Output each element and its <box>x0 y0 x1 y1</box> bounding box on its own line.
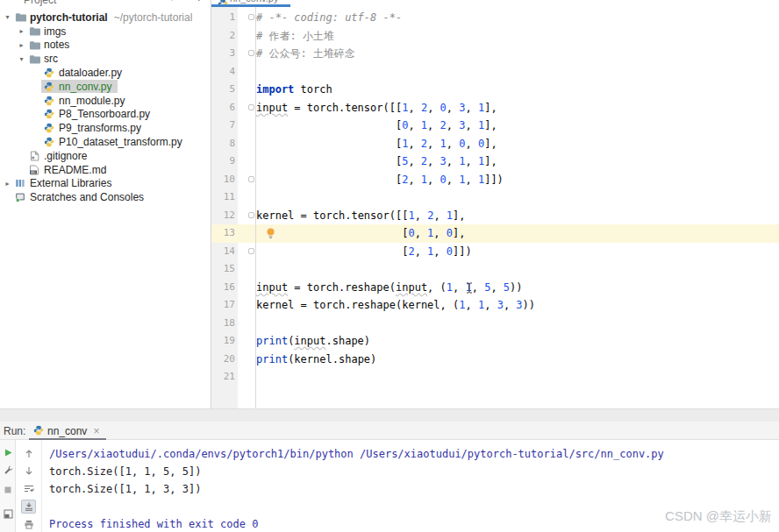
scroll-to-end-icon[interactable] <box>21 500 36 514</box>
line-number: 1 <box>211 9 235 27</box>
fold-marker[interactable] <box>248 248 254 254</box>
tree-item-notes[interactable]: ▸notes <box>0 39 211 53</box>
run-toolwindow-header: Run: nn_conv × <box>0 422 779 440</box>
fold-marker[interactable] <box>248 14 254 20</box>
editor-tab-nn_conv[interactable]: nn_conv.py <box>230 0 278 4</box>
fold-marker[interactable] <box>248 176 254 182</box>
tree-item-p10-dataset-transform.py[interactable]: P10_dataset_transform.py <box>0 135 211 149</box>
line-number: 8 <box>211 135 235 153</box>
project-panel-header-icons <box>167 0 202 4</box>
tree-item-external-libraries[interactable]: ▸External Libraries <box>0 177 211 191</box>
project-panel-header: Project <box>0 0 211 8</box>
line-number: 10 <box>211 171 235 189</box>
soft-wrap-icon[interactable] <box>23 483 35 494</box>
rerun-icon[interactable] <box>2 447 14 458</box>
line-number: 15 <box>211 260 235 279</box>
line-number: 19 <box>211 332 235 351</box>
code-line-3: # 公众号: 土堆碎念 <box>256 45 779 63</box>
tree-item-label: .gitignore <box>44 150 87 162</box>
code-line-18 <box>256 315 779 333</box>
console-line-1: /Users/xiaotudui/.conda/envs/pytorch1/bi… <box>49 445 779 463</box>
py-icon <box>43 95 55 106</box>
code-line-11 <box>256 188 779 207</box>
stop-icon[interactable] <box>2 484 14 495</box>
code-line-15 <box>256 260 779 279</box>
tree-item-scratches-and-consoles[interactable]: Scratches and Consoles <box>0 190 211 204</box>
tree-item-content: External Libraries <box>12 177 117 190</box>
run-toolbar-right <box>16 440 42 532</box>
line-number: 18 <box>211 315 235 333</box>
scratch-icon <box>14 192 26 203</box>
tree-item-content: imgs <box>26 25 71 38</box>
project-path-hint: ~/pytorch-tutorial <box>114 11 193 24</box>
code-editor[interactable]: 123456789101112131415161718192021 # -*- … <box>211 7 779 408</box>
chevron-expanded-icon[interactable]: ▾ <box>3 13 12 21</box>
tree-item-.gitignore[interactable]: .gitignore <box>0 149 211 163</box>
fold-marker[interactable] <box>248 104 254 110</box>
tree-item-content: P9_transforms.py <box>41 122 147 135</box>
line-number: 4 <box>211 63 235 82</box>
tree-item-dataloader.py[interactable]: dataloader.py <box>0 66 211 80</box>
run-toolbar-left <box>0 440 16 532</box>
svg-text:MD: MD <box>31 170 36 174</box>
tree-item-label: src <box>44 53 58 65</box>
chevron-collapsed-icon[interactable]: ▸ <box>17 27 26 35</box>
fold-marker[interactable] <box>248 212 254 218</box>
project-panel: Project ▾pytorch-tutorial~/pytorch-tutor… <box>0 0 211 408</box>
folder-icon <box>28 25 40 37</box>
fold-marker[interactable] <box>248 50 254 56</box>
code-line-19: print(input.shape) <box>256 332 779 351</box>
build-settings-icon[interactable] <box>2 465 14 476</box>
tree-item-readme.md[interactable]: MDREADME.md <box>0 163 211 177</box>
code-line-10: [2, 1, 0, 1, 1]]) <box>256 171 779 189</box>
up-stacktrace-icon[interactable] <box>23 448 35 459</box>
tree-item-content: .gitignore <box>26 149 92 162</box>
tree-item-label: P8_Tensorboard.py <box>59 108 150 120</box>
code-line-14: [2, 1, 0]]) <box>256 243 779 261</box>
python-file-icon <box>33 423 44 439</box>
tree-item-content: MDREADME.md <box>26 163 111 176</box>
tree-item-pytorch-tutorial[interactable]: ▾pytorch-tutorial~/pytorch-tutorial <box>0 11 211 25</box>
print-icon[interactable] <box>23 519 35 530</box>
chevron-expanded-icon[interactable]: ▾ <box>17 55 26 63</box>
restore-layout-icon[interactable] <box>2 508 14 520</box>
folder-icon <box>14 11 26 23</box>
line-number: 6 <box>211 99 235 117</box>
line-number: 2 <box>211 27 235 46</box>
code-line-1: # -*- coding: utf-8 -*- <box>256 9 779 27</box>
run-tab-nn_conv[interactable]: nn_conv × <box>29 422 106 440</box>
line-number: 21 <box>211 368 235 387</box>
close-tab-icon[interactable]: × <box>93 425 99 437</box>
code-line-9: [5, 2, 3, 1, 1], <box>256 153 779 171</box>
tree-item-label: P10_dataset_transform.py <box>59 136 182 148</box>
watermark: CSDN @幸运小新 <box>665 508 772 525</box>
tree-item-src[interactable]: ▾src <box>0 52 211 66</box>
chevron-collapsed-icon[interactable]: ▸ <box>3 180 12 188</box>
tree-item-imgs[interactable]: ▸imgs <box>0 25 211 39</box>
tree-item-label: pytorch-tutorial <box>30 11 108 24</box>
line-number: 13 <box>211 224 235 243</box>
code-line-7: [0, 1, 2, 3, 1], <box>256 117 779 135</box>
py-icon <box>43 67 55 79</box>
run-label: Run: <box>4 425 25 437</box>
down-stacktrace-icon[interactable] <box>23 465 35 477</box>
run-tab-label: nn_conv <box>47 425 87 437</box>
tree-item-nn-conv.py[interactable]: nn_conv.py <box>0 80 211 94</box>
tree-item-p8-tensorboard.py[interactable]: P8_Tensorboard.py <box>0 108 211 122</box>
run-console-panel: /Users/xiaotudui/.conda/envs/pytorch1/bi… <box>0 440 779 532</box>
line-numbers: 123456789101112131415161718192021 <box>211 9 235 387</box>
py-icon <box>43 109 55 120</box>
project-panel-title: Project <box>24 0 56 6</box>
code-line-16: input = torch.reshape(input, (1, 1, 5, 5… <box>256 279 779 297</box>
tree-item-nn-module.py[interactable]: nn_module.py <box>0 94 211 108</box>
tree-item-p9-transforms.py[interactable]: P9_transforms.py <box>0 121 211 135</box>
chevron-collapsed-icon[interactable]: ▸ <box>17 41 26 49</box>
gear-and-minimize-icons[interactable] <box>167 0 202 4</box>
line-number: 14 <box>211 243 235 261</box>
intention-lightbulb-icon[interactable] <box>266 227 275 243</box>
folder-icon <box>28 39 40 51</box>
file-icon <box>28 150 40 161</box>
toolwindow-separator <box>0 408 779 422</box>
code-line-20: print(kernel.shape) <box>256 351 779 369</box>
editor-pane: nn_conv.py 12345678910111213141516171819… <box>211 0 779 408</box>
